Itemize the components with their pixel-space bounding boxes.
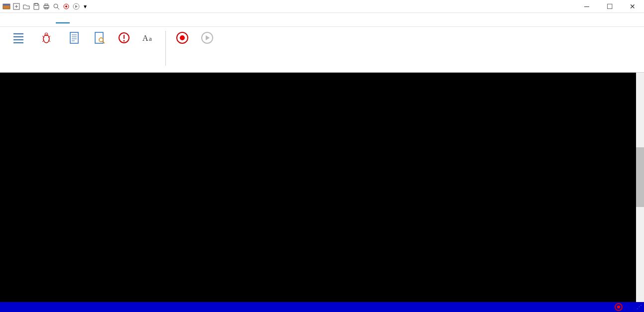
bug-icon xyxy=(38,30,54,46)
minimize-button[interactable]: ─ xyxy=(575,0,598,13)
play-icon[interactable] xyxy=(72,2,81,11)
menu-options[interactable] xyxy=(84,17,98,23)
svg-point-38 xyxy=(180,35,185,40)
menu-windows[interactable] xyxy=(70,17,84,23)
ribbon-separator xyxy=(165,31,166,66)
menu-home[interactable] xyxy=(0,17,14,23)
record-macro-button[interactable] xyxy=(171,29,194,48)
menu-edit[interactable] xyxy=(14,17,28,23)
view-button[interactable] xyxy=(7,29,30,48)
status-resize-grip[interactable]: ⋰ xyxy=(637,304,641,311)
menubar xyxy=(0,13,644,27)
ribbon-group-macro xyxy=(168,29,222,72)
warning-icon xyxy=(116,30,132,46)
open-icon[interactable] xyxy=(22,2,31,11)
menu-help[interactable] xyxy=(98,17,112,23)
app-icon[interactable] xyxy=(2,2,11,11)
record-circle-icon xyxy=(174,30,190,46)
char-map-button[interactable]: Aa xyxy=(137,29,160,48)
status-record-icon[interactable] xyxy=(615,303,623,311)
document-lines-icon xyxy=(66,30,82,46)
svg-rect-1 xyxy=(3,4,10,5)
qat-dropdown-icon[interactable]: ▾ xyxy=(82,2,89,11)
menu-tabs[interactable] xyxy=(42,17,56,23)
ribbon: Aa xyxy=(0,27,644,73)
svg-rect-7 xyxy=(45,4,48,5)
window-controls: ─ ☐ ✕ xyxy=(575,0,644,13)
svg-text:A: A xyxy=(142,34,148,42)
play-circle-icon xyxy=(199,30,215,46)
svg-point-30 xyxy=(99,38,103,42)
close-button[interactable]: ✕ xyxy=(621,0,644,13)
playback-macro-button[interactable] xyxy=(196,29,219,48)
svg-rect-24 xyxy=(70,32,78,43)
edit-button[interactable] xyxy=(63,29,86,48)
document-search-icon xyxy=(91,30,107,46)
scrollbar-thumb[interactable] xyxy=(636,147,644,207)
ribbon-group-tools: Aa xyxy=(4,29,163,72)
save-icon[interactable] xyxy=(32,2,41,11)
menu-tools[interactable] xyxy=(56,16,70,23)
titlebar: ▾ ─ ☐ ✕ xyxy=(0,0,644,13)
print-icon[interactable] xyxy=(42,2,51,11)
list-icon xyxy=(10,30,26,46)
quick-access-toolbar: ▾ xyxy=(0,2,91,11)
regex-button[interactable] xyxy=(88,29,111,48)
svg-point-12 xyxy=(65,5,67,7)
maximize-button[interactable]: ☐ xyxy=(598,0,621,13)
scrollbar-track[interactable] xyxy=(636,73,644,302)
svg-rect-5 xyxy=(35,3,38,5)
svg-text:a: a xyxy=(149,35,152,42)
record-icon[interactable] xyxy=(62,2,71,11)
menu-view[interactable] xyxy=(28,17,42,23)
status-bar: ⋰ xyxy=(0,302,644,312)
find-icon[interactable] xyxy=(52,2,61,11)
terminal-output[interactable] xyxy=(0,73,644,302)
svg-point-9 xyxy=(54,4,58,8)
svg-point-23 xyxy=(45,33,48,36)
new-tab-icon[interactable] xyxy=(12,2,21,11)
edit-debug-button[interactable] xyxy=(32,29,61,48)
svg-point-34 xyxy=(124,40,125,42)
font-aa-icon: Aa xyxy=(141,30,157,46)
lookup-errors-button[interactable] xyxy=(113,29,135,48)
svg-line-10 xyxy=(57,7,59,9)
